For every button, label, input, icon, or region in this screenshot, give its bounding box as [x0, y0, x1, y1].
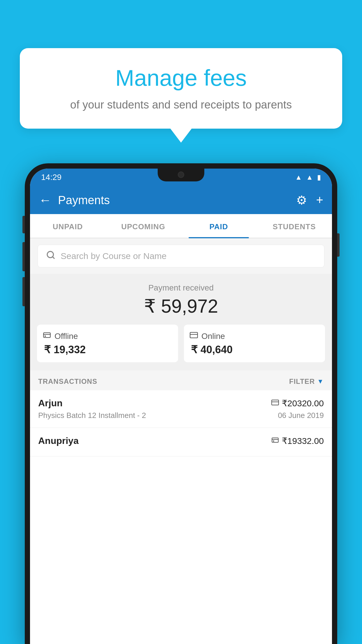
offline-amount: ₹ 19,332 — [43, 344, 172, 356]
tooltip-title: Manage fees — [34, 66, 328, 91]
status-icons: ▲ ▲ ▮ — [295, 173, 321, 181]
transaction-item[interactable]: Anupriya ₹19332.00 — [30, 428, 332, 456]
power-button — [337, 233, 340, 257]
svg-rect-2 — [43, 333, 50, 337]
offline-payment-card: Offline ₹ 19,332 — [37, 325, 178, 362]
payment-cards: Offline ₹ 19,332 Online — [37, 325, 325, 362]
search-placeholder: Search by Course or Name — [61, 251, 167, 261]
tooltip-card: Manage fees of your students and send re… — [20, 48, 342, 129]
tab-students[interactable]: STUDENTS — [256, 214, 332, 238]
online-payment-icon — [271, 399, 279, 408]
online-payment-card: Online ₹ 40,640 — [184, 325, 325, 362]
svg-rect-6 — [190, 332, 198, 338]
online-label: Online — [201, 332, 225, 341]
phone-frame: 14:29 ▲ ▲ ▮ ← Payments ⚙ + UNPAID UPCOMI… — [25, 163, 337, 644]
online-amount: ₹ 40,640 — [190, 344, 319, 356]
tabs-bar: UNPAID UPCOMING PAID STUDENTS — [30, 214, 332, 238]
svg-rect-10 — [272, 438, 278, 442]
transaction-amount: ₹19332.00 — [282, 436, 324, 446]
transaction-item[interactable]: Arjun ₹20320.00 Physics Batch 12 Install… — [30, 390, 332, 428]
transactions-header: TRANSACTIONS FILTER ▼ — [30, 370, 332, 390]
filter-button[interactable]: FILTER ▼ — [289, 377, 324, 386]
transaction-name: Anupriya — [38, 435, 79, 446]
tab-unpaid[interactable]: UNPAID — [30, 214, 106, 238]
tab-upcoming[interactable]: UPCOMING — [106, 214, 181, 238]
transaction-name: Arjun — [38, 398, 63, 409]
search-icon — [46, 250, 55, 262]
transaction-course: Physics Batch 12 Installment - 2 — [38, 411, 146, 420]
transaction-amount: ₹20320.00 — [282, 398, 324, 408]
phone-screen: 14:29 ▲ ▲ ▮ ← Payments ⚙ + UNPAID UPCOMI… — [30, 169, 332, 644]
app-bar-actions: ⚙ + — [296, 193, 323, 207]
payment-received-label: Payment received — [37, 283, 325, 293]
svg-rect-8 — [272, 400, 279, 405]
app-bar-title: Payments — [58, 194, 296, 207]
filter-icon: ▼ — [317, 378, 324, 385]
payment-summary: Payment received ₹ 59,972 — [30, 274, 332, 370]
status-time: 14:29 — [41, 173, 61, 182]
front-camera — [178, 172, 184, 178]
battery-icon: ▮ — [317, 173, 321, 181]
transactions-label: TRANSACTIONS — [38, 377, 97, 386]
volume-down-button — [22, 242, 25, 271]
tab-paid[interactable]: PAID — [181, 214, 256, 238]
transaction-amount-row: ₹19332.00 — [271, 436, 324, 446]
back-button[interactable]: ← — [39, 193, 52, 207]
volume-up-button — [22, 216, 25, 233]
add-icon[interactable]: + — [316, 193, 323, 207]
search-box[interactable]: Search by Course or Name — [38, 245, 324, 267]
offline-icon — [43, 331, 51, 341]
app-bar: ← Payments ⚙ + — [30, 186, 332, 214]
svg-line-1 — [52, 257, 54, 258]
transactions-list: Arjun ₹20320.00 Physics Batch 12 Install… — [30, 390, 332, 644]
offline-payment-icon — [271, 436, 279, 446]
phone-notch — [158, 169, 204, 181]
camera-button — [22, 277, 25, 306]
svg-point-12 — [273, 441, 274, 441]
wifi-icon: ▲ — [295, 173, 302, 181]
transaction-date: 06 June 2019 — [278, 411, 324, 420]
tooltip-subtitle: of your students and send receipts to pa… — [34, 97, 328, 113]
offline-label: Offline — [55, 332, 78, 341]
svg-point-5 — [45, 336, 45, 336]
online-icon — [190, 331, 198, 341]
settings-icon[interactable]: ⚙ — [296, 193, 307, 207]
payment-total-amount: ₹ 59,972 — [37, 295, 325, 317]
signal-icon: ▲ — [306, 173, 313, 181]
search-container: Search by Course or Name — [30, 238, 332, 274]
transaction-amount-row: ₹20320.00 — [271, 398, 324, 408]
